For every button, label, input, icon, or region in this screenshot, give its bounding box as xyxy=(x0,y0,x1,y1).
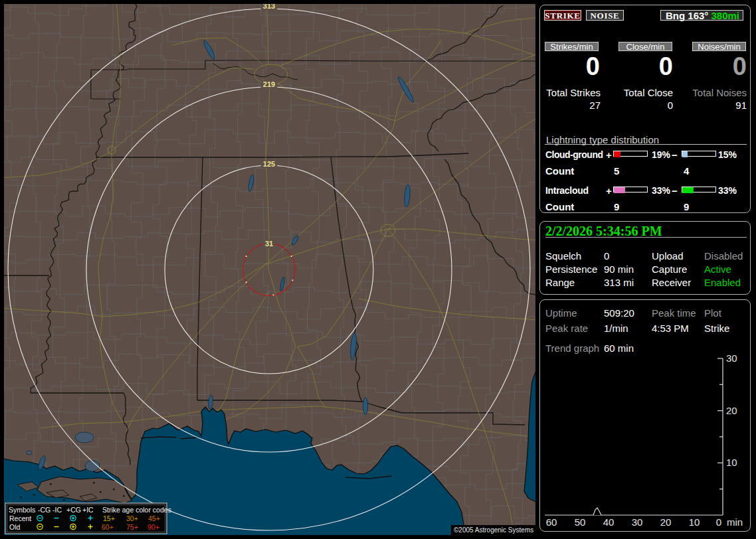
svg-text:min: min xyxy=(727,516,743,528)
svg-text:30+: 30+ xyxy=(126,514,138,522)
svg-text:Old: Old xyxy=(9,523,21,531)
svg-text:-IC: -IC xyxy=(52,506,62,514)
svg-text:10: 10 xyxy=(726,457,737,468)
svg-text:+IC: +IC xyxy=(82,506,94,514)
svg-text:30: 30 xyxy=(632,516,643,528)
svg-text:10: 10 xyxy=(689,516,700,528)
svg-text:20: 20 xyxy=(726,405,737,416)
svg-text:40: 40 xyxy=(603,516,614,528)
svg-text:219: 219 xyxy=(263,80,275,88)
svg-text:20: 20 xyxy=(660,516,672,528)
svg-text:-CG: -CG xyxy=(38,506,50,514)
svg-text:50: 50 xyxy=(575,516,586,528)
svg-text:125: 125 xyxy=(263,160,275,168)
svg-text:313: 313 xyxy=(263,4,275,10)
svg-text:Symbols: Symbols xyxy=(9,506,35,514)
svg-text:30: 30 xyxy=(726,352,737,364)
svg-text:45+: 45+ xyxy=(148,514,160,522)
svg-text:60+: 60+ xyxy=(102,523,114,531)
svg-text:60: 60 xyxy=(546,516,557,528)
svg-text:90+: 90+ xyxy=(147,523,159,531)
svg-text:0: 0 xyxy=(716,516,721,528)
svg-text:Strike age color codes: Strike age color codes xyxy=(102,506,171,514)
svg-text:Recent: Recent xyxy=(9,514,31,522)
svg-text:15+: 15+ xyxy=(103,514,115,522)
svg-text:31: 31 xyxy=(265,240,273,248)
svg-text:+CG: +CG xyxy=(66,506,81,514)
svg-text:75+: 75+ xyxy=(126,523,138,531)
svg-text:©2005 Astrogenic Systems: ©2005 Astrogenic Systems xyxy=(454,526,533,534)
